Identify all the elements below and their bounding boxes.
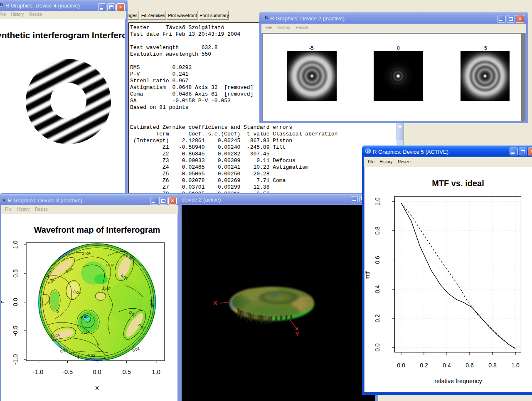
svg-text:0: 0 [77, 355, 79, 359]
svg-text:Y: Y [1, 300, 5, 304]
svg-text:0.02: 0.02 [106, 263, 114, 267]
svg-text:0: 0 [57, 310, 59, 314]
svg-text:0.0: 0.0 [12, 298, 19, 306]
svg-text:0.2: 0.2 [374, 314, 381, 322]
svg-text:0.6: 0.6 [466, 362, 474, 369]
svg-text:Y: Y [295, 330, 299, 337]
svg-text:1.0: 1.0 [511, 362, 520, 369]
svg-text:0.2: 0.2 [420, 362, 428, 369]
svg-text:0.6: 0.6 [374, 256, 381, 264]
svg-text:1.0: 1.0 [152, 369, 160, 375]
svg-text:R: R [265, 15, 268, 20]
svg-text:relative frequency: relative frequency [434, 378, 482, 384]
svg-text:-0.02: -0.02 [102, 286, 111, 291]
svg-text:0: 0 [104, 356, 106, 360]
svg-text:-0.5: -0.5 [62, 369, 73, 375]
svg-text:0.0: 0.0 [397, 362, 405, 369]
svg-text:0.8: 0.8 [374, 226, 381, 235]
svg-text:0.8: 0.8 [488, 362, 497, 369]
svg-text:1.0: 1.0 [12, 241, 19, 249]
svg-text:X: X [95, 384, 99, 391]
svg-text:X: X [213, 299, 217, 306]
svg-text:-0.5: -0.5 [12, 326, 19, 336]
svg-text:-1.0: -1.0 [12, 354, 19, 365]
svg-text:-1.0: -1.0 [33, 369, 43, 375]
svg-text:R: R [2, 197, 6, 202]
svg-text:0: 0 [97, 342, 99, 346]
svg-text:0.5: 0.5 [123, 369, 131, 375]
svg-text:R: R [367, 149, 371, 154]
svg-text:1.0: 1.0 [374, 197, 381, 206]
svg-text:-0.02: -0.02 [86, 354, 95, 358]
svg-text:0.0: 0.0 [374, 343, 381, 352]
svg-text:0.4: 0.4 [443, 362, 451, 369]
svg-text:0.0: 0.0 [93, 369, 101, 375]
svg-text:0.5: 0.5 [12, 269, 19, 278]
svg-text:R: R [0, 2, 4, 7]
svg-text:mtf: mtf [365, 271, 371, 280]
svg-text:0.4: 0.4 [374, 285, 381, 293]
